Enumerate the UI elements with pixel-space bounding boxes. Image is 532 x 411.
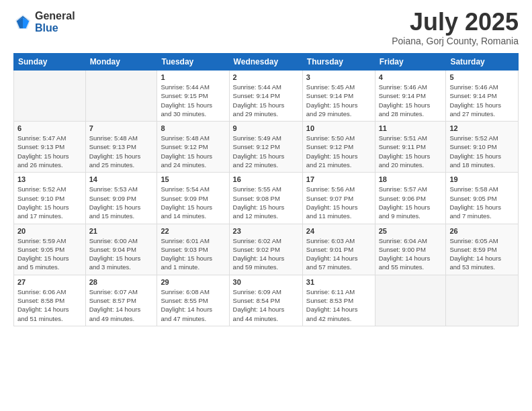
day-number: 11 (379, 124, 443, 132)
day-info: Sunrise: 6:11 AM Sunset: 8:53 PM Dayligh… (306, 287, 371, 323)
day-info: Sunrise: 5:52 AM Sunset: 9:10 PM Dayligh… (449, 134, 515, 169)
day-info: Sunrise: 5:46 AM Sunset: 9:14 PM Dayligh… (379, 83, 443, 118)
day-number: 8 (161, 124, 225, 132)
page: General Blue July 2025 Poiana, Gorj Coun… (0, 0, 532, 411)
day-number: 1 (161, 73, 225, 81)
calendar-table: Sunday Monday Tuesday Wednesday Thursday… (13, 53, 519, 326)
day-number: 24 (306, 227, 371, 235)
day-number: 26 (449, 227, 515, 235)
day-info: Sunrise: 5:53 AM Sunset: 9:09 PM Dayligh… (89, 185, 154, 220)
day-info: Sunrise: 5:49 AM Sunset: 9:12 PM Dayligh… (233, 134, 299, 169)
day-number: 29 (161, 278, 225, 286)
day-number: 16 (233, 175, 299, 183)
logo-icon (13, 13, 32, 32)
table-row (375, 275, 446, 326)
table-row: 9Sunrise: 5:49 AM Sunset: 9:12 PM Daylig… (229, 122, 302, 173)
table-row: 28Sunrise: 6:07 AM Sunset: 8:57 PM Dayli… (85, 275, 157, 326)
day-number: 31 (306, 278, 371, 286)
day-info: Sunrise: 5:56 AM Sunset: 9:07 PM Dayligh… (306, 185, 371, 220)
title-block: July 2025 Poiana, Gorj County, Romania (392, 10, 519, 46)
day-number: 19 (449, 175, 515, 183)
calendar-week-2: 6Sunrise: 5:47 AM Sunset: 9:13 PM Daylig… (14, 122, 519, 173)
day-number: 23 (233, 227, 299, 235)
day-number: 10 (306, 124, 371, 132)
day-info: Sunrise: 5:57 AM Sunset: 9:06 PM Dayligh… (379, 185, 443, 220)
table-row: 7Sunrise: 5:48 AM Sunset: 9:13 PM Daylig… (85, 122, 157, 173)
header-sunday: Sunday (14, 54, 86, 71)
header-thursday: Thursday (302, 54, 375, 71)
day-number: 21 (89, 227, 154, 235)
day-number: 27 (17, 278, 82, 286)
table-row: 23Sunrise: 6:02 AM Sunset: 9:02 PM Dayli… (229, 224, 302, 275)
day-number: 18 (379, 175, 443, 183)
day-number: 5 (449, 73, 515, 81)
table-row: 22Sunrise: 6:01 AM Sunset: 9:03 PM Dayli… (157, 224, 229, 275)
calendar-week-5: 27Sunrise: 6:06 AM Sunset: 8:58 PM Dayli… (14, 275, 519, 326)
day-info: Sunrise: 6:02 AM Sunset: 9:02 PM Dayligh… (233, 236, 299, 272)
table-row: 1Sunrise: 5:44 AM Sunset: 9:15 PM Daylig… (157, 71, 229, 122)
month-year-title: July 2025 (392, 10, 519, 34)
calendar-header-row: Sunday Monday Tuesday Wednesday Thursday… (14, 54, 519, 71)
day-number: 3 (306, 73, 371, 81)
header-wednesday: Wednesday (229, 54, 302, 71)
day-number: 9 (233, 124, 299, 132)
table-row: 21Sunrise: 6:00 AM Sunset: 9:04 PM Dayli… (85, 224, 157, 275)
day-number: 6 (17, 124, 82, 132)
day-info: Sunrise: 6:04 AM Sunset: 9:00 PM Dayligh… (379, 236, 443, 272)
day-number: 2 (233, 73, 299, 81)
header-tuesday: Tuesday (157, 54, 229, 71)
day-info: Sunrise: 6:08 AM Sunset: 8:55 PM Dayligh… (161, 287, 225, 323)
table-row: 13Sunrise: 5:52 AM Sunset: 9:10 PM Dayli… (14, 173, 86, 224)
calendar-week-3: 13Sunrise: 5:52 AM Sunset: 9:10 PM Dayli… (14, 173, 519, 224)
table-row: 3Sunrise: 5:45 AM Sunset: 9:14 PM Daylig… (302, 71, 375, 122)
table-row: 27Sunrise: 6:06 AM Sunset: 8:58 PM Dayli… (14, 275, 86, 326)
table-row (446, 275, 519, 326)
day-info: Sunrise: 6:09 AM Sunset: 8:54 PM Dayligh… (233, 287, 299, 323)
day-number: 17 (306, 175, 371, 183)
calendar-week-1: 1Sunrise: 5:44 AM Sunset: 9:15 PM Daylig… (14, 71, 519, 122)
table-row: 5Sunrise: 5:46 AM Sunset: 9:14 PM Daylig… (446, 71, 519, 122)
day-number: 30 (233, 278, 299, 286)
day-info: Sunrise: 5:58 AM Sunset: 9:05 PM Dayligh… (449, 185, 515, 220)
day-info: Sunrise: 6:01 AM Sunset: 9:03 PM Dayligh… (161, 236, 225, 272)
day-info: Sunrise: 5:59 AM Sunset: 9:05 PM Dayligh… (17, 236, 82, 272)
table-row: 10Sunrise: 5:50 AM Sunset: 9:12 PM Dayli… (302, 122, 375, 173)
table-row: 29Sunrise: 6:08 AM Sunset: 8:55 PM Dayli… (157, 275, 229, 326)
table-row: 8Sunrise: 5:48 AM Sunset: 9:12 PM Daylig… (157, 122, 229, 173)
day-info: Sunrise: 5:44 AM Sunset: 9:14 PM Dayligh… (233, 83, 299, 118)
table-row: 16Sunrise: 5:55 AM Sunset: 9:08 PM Dayli… (229, 173, 302, 224)
day-info: Sunrise: 6:07 AM Sunset: 8:57 PM Dayligh… (89, 287, 154, 323)
table-row: 19Sunrise: 5:58 AM Sunset: 9:05 PM Dayli… (446, 173, 519, 224)
logo-general-text: General (35, 10, 75, 22)
day-info: Sunrise: 6:05 AM Sunset: 8:59 PM Dayligh… (449, 236, 515, 272)
day-number: 28 (89, 278, 154, 286)
day-info: Sunrise: 5:51 AM Sunset: 9:11 PM Dayligh… (379, 134, 443, 169)
day-info: Sunrise: 5:44 AM Sunset: 9:15 PM Dayligh… (161, 83, 225, 118)
table-row (85, 71, 157, 122)
day-info: Sunrise: 5:46 AM Sunset: 9:14 PM Dayligh… (449, 83, 515, 118)
day-number: 15 (161, 175, 225, 183)
day-info: Sunrise: 5:52 AM Sunset: 9:10 PM Dayligh… (17, 185, 82, 220)
day-info: Sunrise: 5:47 AM Sunset: 9:13 PM Dayligh… (17, 134, 82, 169)
day-number: 13 (17, 175, 82, 183)
table-row: 14Sunrise: 5:53 AM Sunset: 9:09 PM Dayli… (85, 173, 157, 224)
table-row: 26Sunrise: 6:05 AM Sunset: 8:59 PM Dayli… (446, 224, 519, 275)
logo-text: General Blue (35, 10, 75, 34)
day-number: 4 (379, 73, 443, 81)
day-info: Sunrise: 5:48 AM Sunset: 9:12 PM Dayligh… (161, 134, 225, 169)
logo-blue-text: Blue (35, 22, 75, 34)
day-info: Sunrise: 6:00 AM Sunset: 9:04 PM Dayligh… (89, 236, 154, 272)
logo: General Blue (13, 10, 75, 34)
table-row: 18Sunrise: 5:57 AM Sunset: 9:06 PM Dayli… (375, 173, 446, 224)
table-row: 17Sunrise: 5:56 AM Sunset: 9:07 PM Dayli… (302, 173, 375, 224)
table-row (14, 71, 86, 122)
day-number: 14 (89, 175, 154, 183)
table-row: 20Sunrise: 5:59 AM Sunset: 9:05 PM Dayli… (14, 224, 86, 275)
day-number: 25 (379, 227, 443, 235)
calendar-week-4: 20Sunrise: 5:59 AM Sunset: 9:05 PM Dayli… (14, 224, 519, 275)
day-info: Sunrise: 5:50 AM Sunset: 9:12 PM Dayligh… (306, 134, 371, 169)
location-subtitle: Poiana, Gorj County, Romania (392, 36, 519, 46)
day-info: Sunrise: 5:54 AM Sunset: 9:09 PM Dayligh… (161, 185, 225, 220)
table-row: 25Sunrise: 6:04 AM Sunset: 9:00 PM Dayli… (375, 224, 446, 275)
table-row: 31Sunrise: 6:11 AM Sunset: 8:53 PM Dayli… (302, 275, 375, 326)
